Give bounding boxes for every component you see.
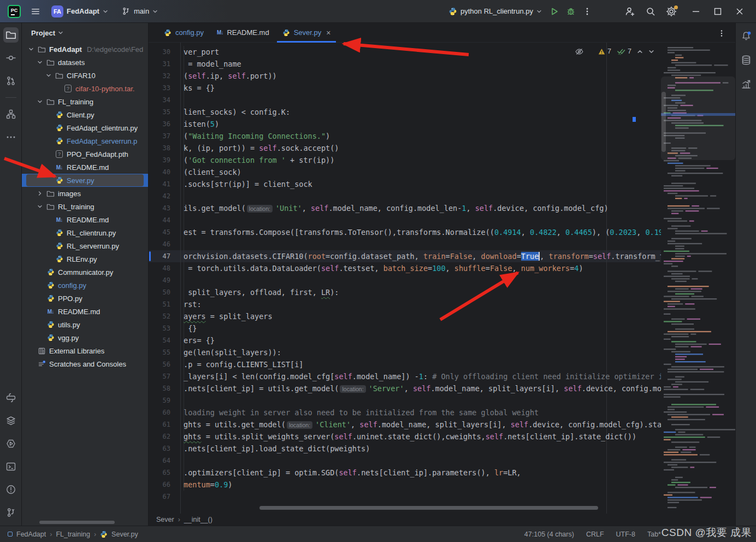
branch-widget[interactable]: main	[117, 4, 162, 18]
tree-item-README.md[interactable]: M↓README.md	[22, 161, 148, 174]
tree-item-README.md[interactable]: M↓README.md	[22, 305, 148, 318]
tree-item-Client.py[interactable]: Client.py	[22, 108, 148, 121]
line-number-58[interactable]: 58	[149, 382, 170, 394]
status-item-utf8[interactable]: UTF-8	[616, 531, 635, 538]
tree-item-FL_training[interactable]: FL_training	[22, 95, 148, 108]
tree-item-RL_serverrun.py[interactable]: RL_serverrun.py	[22, 239, 148, 252]
line-number-57[interactable]: 57	[149, 370, 170, 382]
code-line-65[interactable]: .optimizers[client_ip] = optim.SGD(self.…	[184, 467, 521, 479]
tree-item-RL_training[interactable]: RL_training	[22, 200, 148, 213]
toolbar-button-problems[interactable]	[3, 482, 19, 497]
toolbar-button-more[interactable]	[3, 129, 19, 145]
code-line-40[interactable]: (client_sock)	[184, 166, 241, 178]
line-number-59[interactable]: 59	[149, 394, 170, 406]
code-line-31[interactable]: = model_name	[184, 58, 241, 70]
line-number-66[interactable]: 66	[149, 479, 170, 491]
run-configuration-selector[interactable]: python RL_clientrun.py	[444, 5, 546, 18]
tab-options-button[interactable]	[716, 27, 728, 39]
code-line-56[interactable]: .p = config.CLIENTS_LIST[i]	[184, 358, 303, 370]
line-number-38[interactable]: 38	[149, 142, 170, 154]
debug-button[interactable]	[563, 3, 579, 20]
line-number-67[interactable]: 67	[149, 491, 170, 503]
line-number-43[interactable]: 43	[149, 202, 170, 214]
breadcrumb-file[interactable]: Sever	[156, 516, 174, 523]
editor-vscrollbar[interactable]	[662, 92, 666, 152]
toolbar-button-terminal[interactable]	[3, 459, 19, 474]
code-line-50[interactable]: split_layers, offload, first, LR):	[184, 286, 339, 298]
code-line-45[interactable]: est = transforms.Compose([transforms.ToT…	[184, 226, 661, 238]
line-number-55[interactable]: 55	[149, 346, 170, 358]
tree-item-Scratches_and_Consoles[interactable]: Scratches and Consoles	[22, 357, 148, 370]
line-number-54[interactable]: 54	[149, 334, 170, 346]
tree-item-README.md[interactable]: M↓README.md	[22, 213, 148, 226]
tree-item-cifar-10-python.tar.[interactable]: ?cifar-10-python.tar.	[22, 82, 148, 95]
code-line-48[interactable]: = torch.utils.data.DataLoader(self.tests…	[184, 262, 583, 274]
toolbar-button-endpoints[interactable]	[739, 76, 754, 92]
line-number-33[interactable]: 33	[149, 82, 170, 94]
line-number-37[interactable]: 37	[149, 130, 170, 142]
line-number-39[interactable]: 39	[149, 154, 170, 166]
code-line-47[interactable]: orchvision.datasets.CIFAR10(root=config.…	[184, 250, 661, 262]
tree-item-FedAdapt_serverrun.p[interactable]: FedAdapt_serverrun.p	[22, 134, 148, 148]
line-number-52[interactable]: 52	[149, 310, 170, 322]
tree-item-Communicator.py[interactable]: Communicator.py	[22, 266, 148, 279]
status-crumb-project[interactable]: FedAdapt	[16, 531, 46, 538]
status-item-tab[interactable]: Tab*	[647, 531, 661, 538]
close-button[interactable]	[729, 1, 751, 22]
code-line-63[interactable]: .nets[client_ip].load_state_dict(pweight…	[184, 443, 370, 455]
project-widget[interactable]: FA FedAdapt	[47, 3, 113, 20]
code-line-60[interactable]: loading weight in server also need to be…	[184, 406, 539, 419]
code-line-37[interactable]: ("Waiting Incoming Connections.")	[184, 130, 330, 142]
project-panel-header[interactable]: Project	[22, 23, 148, 43]
toolbar-button-version-control[interactable]	[3, 505, 19, 520]
code-line-58[interactable]: .nets[client_ip] = utils.get_model(locat…	[184, 382, 661, 394]
line-number-35[interactable]: 35	[149, 106, 170, 118]
status-crumb-file[interactable]: Sever.py	[111, 531, 138, 538]
tab-close-icon[interactable]: ×	[326, 28, 330, 37]
tab-config.py[interactable]: config.py	[157, 23, 210, 42]
code-line-35[interactable]: lient_socks) < config.K:	[184, 106, 290, 118]
line-number-46[interactable]: 46	[149, 238, 170, 250]
code-line-30[interactable]: ver_port	[184, 46, 219, 58]
more-run-options-button[interactable]	[579, 3, 595, 20]
status-item-crlf[interactable]: CRLF	[586, 531, 604, 538]
warnings-count[interactable]: 7	[598, 48, 611, 55]
code-line-57[interactable]: _layers[i] < len(config.model_cfg[self.m…	[184, 370, 661, 382]
toolbar-button-python-console[interactable]	[3, 390, 19, 405]
tree-item-PPO.py[interactable]: PPO.py	[22, 292, 148, 305]
code-line-33[interactable]: ks = {}	[184, 82, 215, 94]
toolbar-button-structure[interactable]	[3, 107, 19, 122]
toolbar-button-notifications[interactable]	[739, 28, 754, 44]
tree-item-FedAdapt[interactable]: FedAdaptD:\edge\code\Fed	[22, 43, 148, 56]
tab-README.md[interactable]: M↓README.md	[210, 23, 276, 42]
line-number-53[interactable]: 53	[149, 322, 170, 334]
editor-gutter[interactable]: 3031323334353637383940414243444546474849…	[149, 43, 180, 514]
line-number-44[interactable]: 44	[149, 214, 170, 226]
line-number-30[interactable]: 30	[149, 46, 170, 58]
project-panel-hscrollbar[interactable]	[39, 521, 115, 524]
prev-problem-chevron-icon[interactable]	[637, 49, 643, 55]
code-line-32[interactable]: (self.ip, self.port))	[184, 70, 277, 82]
toolbar-button-project-folder[interactable]	[3, 27, 19, 43]
code-minimap[interactable]	[661, 43, 735, 514]
search-everywhere-button[interactable]	[642, 3, 659, 20]
toolbar-button-services[interactable]	[3, 413, 19, 428]
tree-item-RL_clientrun.py[interactable]: RL_clientrun.py	[22, 226, 148, 239]
status-breadcrumbs[interactable]: FedAdapt › FL_training › Sever.py	[8, 531, 138, 538]
line-number-64[interactable]: 64	[149, 455, 170, 467]
code-line-54[interactable]: ers= {}	[184, 334, 215, 346]
tree-item-utils.py[interactable]: utils.py	[22, 318, 148, 331]
code-line-41[interactable]: .socks[str(ip)] = client_sock	[184, 178, 312, 190]
tree-item-FedAdapt_clientrun.py[interactable]: FedAdapt_clientrun.py	[22, 121, 148, 134]
tree-item-Sever.py[interactable]: Sever.py	[22, 174, 148, 187]
code-line-66[interactable]: mentum=0.9)	[184, 479, 232, 491]
settings-button[interactable]	[663, 3, 680, 20]
inspections-widget[interactable]: 7 7	[575, 45, 654, 58]
code-line-61[interactable]: ghts = utils.get_model(location:'Client'…	[184, 419, 661, 431]
code-with-me-button[interactable]	[622, 3, 638, 20]
line-number-65[interactable]: 65	[149, 467, 170, 479]
line-number-47[interactable]: 47	[149, 250, 170, 262]
line-number-40[interactable]: 40	[149, 166, 170, 178]
code-line-36[interactable]: isten(5)	[184, 118, 219, 130]
line-number-60[interactable]: 60	[149, 406, 170, 419]
